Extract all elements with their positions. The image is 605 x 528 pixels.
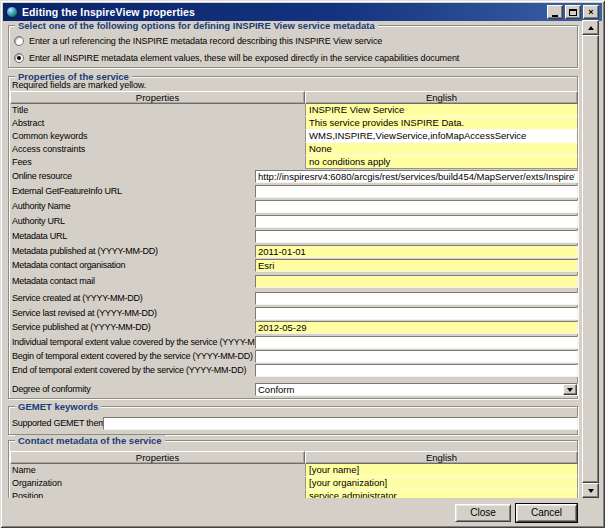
degree-of-conformity-value: Conform bbox=[258, 384, 294, 395]
minimize-button[interactable] bbox=[547, 5, 563, 19]
service-published-label: Service published at (YYYY-MM-DD) bbox=[12, 321, 150, 334]
service-created-input[interactable] bbox=[255, 292, 578, 305]
service-created-label: Service created at (YYYY-MM-DD) bbox=[12, 292, 142, 305]
vertical-scrollbar[interactable] bbox=[582, 20, 599, 498]
authority-name-input[interactable] bbox=[255, 200, 578, 213]
arcgis-globe-icon bbox=[6, 6, 18, 18]
begin-temporal-extent-input[interactable] bbox=[255, 350, 578, 363]
required-fields-note: Required fields are marked yellow. bbox=[12, 80, 146, 90]
radio-all-values[interactable] bbox=[14, 53, 24, 63]
row-label-organization: Organization bbox=[12, 477, 62, 490]
metadata-contact-organisation-label: Metadata contact organisation bbox=[12, 259, 125, 272]
title-value-cell[interactable]: INSPIRE View Service bbox=[305, 104, 578, 117]
scrollbar-thumb[interactable] bbox=[582, 35, 599, 483]
authority-name-label: Authority Name bbox=[12, 200, 71, 213]
service-last-revised-label: Service last revised at (YYYY-MM-DD) bbox=[12, 307, 157, 320]
column-header-english: English bbox=[305, 91, 578, 104]
dropdown-arrow-button[interactable] bbox=[563, 384, 577, 395]
metadata-published-label: Metadata published at (YYYY-MM-DD) bbox=[12, 245, 158, 258]
row-label-position: Position bbox=[12, 490, 43, 498]
fees-value-cell[interactable]: no conditions apply bbox=[305, 156, 578, 169]
option-all-values[interactable]: Enter all INSPIRE metadata element value… bbox=[14, 52, 459, 64]
common-keywords-value-cell[interactable]: WMS,INSPIRE,ViewService,infoMapAccessSer… bbox=[305, 130, 578, 143]
external-getfeatureinfo-url-input[interactable] bbox=[255, 185, 578, 198]
scroll-up-button[interactable] bbox=[582, 20, 599, 35]
authority-url-label: Authority URL bbox=[12, 215, 65, 228]
online-resource-label: Online resource bbox=[12, 170, 72, 183]
dialog-window: Editing the InspireView properties × Sel… bbox=[0, 0, 605, 528]
degree-of-conformity-select[interactable]: Conform bbox=[255, 383, 578, 396]
title-bar[interactable]: Editing the InspireView properties × bbox=[3, 3, 602, 21]
access-constraints-value-cell[interactable]: None bbox=[305, 143, 578, 156]
window-title: Editing the InspireView properties bbox=[22, 6, 545, 18]
contact-name-value-cell[interactable]: [your name] bbox=[305, 464, 578, 477]
end-temporal-extent-label: End of temporal extent covered by the se… bbox=[12, 364, 246, 377]
maximize-button[interactable] bbox=[565, 5, 581, 19]
metadata-published-input[interactable] bbox=[255, 245, 578, 258]
end-temporal-extent-input[interactable] bbox=[255, 364, 578, 377]
contact-column-header-english: English bbox=[305, 451, 578, 464]
contact-column-header-properties: Properties bbox=[10, 451, 305, 464]
close-window-button[interactable]: × bbox=[583, 5, 599, 19]
supported-gemet-themes-input[interactable] bbox=[103, 417, 578, 430]
metadata-url-label: Metadata URL bbox=[12, 230, 67, 243]
form-pane: Select one of the following options for … bbox=[3, 21, 582, 498]
radio-selected-dot bbox=[17, 56, 21, 60]
radio-url-reference-label: Enter a url referencing the INSPIRE meta… bbox=[29, 35, 382, 47]
metadata-contact-organisation-input[interactable] bbox=[255, 259, 578, 272]
minimize-icon bbox=[552, 15, 558, 17]
cancel-button[interactable]: Cancel bbox=[516, 504, 577, 522]
option-url-reference[interactable]: Enter a url referencing the INSPIRE meta… bbox=[14, 35, 382, 47]
close-button[interactable]: Close bbox=[455, 504, 511, 522]
chevron-down-icon bbox=[567, 388, 573, 392]
scroll-down-button[interactable] bbox=[582, 483, 599, 498]
maximize-icon bbox=[569, 9, 577, 16]
contact-position-value-cell[interactable]: service administrator bbox=[305, 490, 578, 498]
service-published-input[interactable] bbox=[255, 321, 578, 334]
row-label-name: Name bbox=[12, 464, 36, 477]
service-last-revised-input[interactable] bbox=[255, 307, 578, 320]
row-label-common-keywords: Common keywords bbox=[12, 130, 88, 143]
row-label-abstract: Abstract bbox=[12, 117, 44, 130]
authority-url-input[interactable] bbox=[255, 215, 578, 228]
online-resource-input[interactable] bbox=[255, 170, 578, 183]
external-getfeatureinfo-url-label: External GetFeatureInfo URL bbox=[12, 185, 122, 198]
cancel-button-default-ring: Cancel bbox=[515, 503, 578, 523]
row-label-title: Title bbox=[12, 104, 28, 117]
metadata-url-input[interactable] bbox=[255, 230, 578, 243]
gemet-keywords-group-title: GEMET keywords bbox=[15, 401, 101, 412]
arrow-up-icon bbox=[588, 26, 594, 30]
contact-organization-value-cell[interactable]: [your organization] bbox=[305, 477, 578, 490]
close-icon: × bbox=[588, 7, 593, 17]
row-label-fees: Fees bbox=[12, 156, 32, 169]
metadata-contact-mail-label: Metadata contact mail bbox=[12, 275, 95, 288]
supported-gemet-themes-label: Supported GEMET themes bbox=[12, 417, 114, 430]
individual-temporal-extent-input[interactable] bbox=[255, 336, 578, 349]
individual-temporal-extent-label: Individual temporal extent value covered… bbox=[12, 336, 280, 349]
radio-url-reference[interactable] bbox=[14, 36, 24, 46]
column-header-properties: Properties bbox=[10, 91, 305, 104]
metadata-options-group-title: Select one of the following options for … bbox=[15, 21, 378, 31]
begin-temporal-extent-label: Begin of temporal extent covered by the … bbox=[12, 350, 253, 363]
metadata-contact-mail-input[interactable] bbox=[255, 275, 578, 288]
radio-all-values-label: Enter all INSPIRE metadata element value… bbox=[29, 52, 459, 64]
contact-metadata-group-title: Contact metadata of the service bbox=[15, 435, 165, 446]
row-label-access-constraints: Access constraints bbox=[12, 143, 85, 156]
arrow-down-icon bbox=[588, 489, 594, 493]
abstract-value-cell[interactable]: This service provides INSPIRE Data. bbox=[305, 117, 578, 130]
degree-of-conformity-label: Degree of conformity bbox=[12, 383, 91, 396]
